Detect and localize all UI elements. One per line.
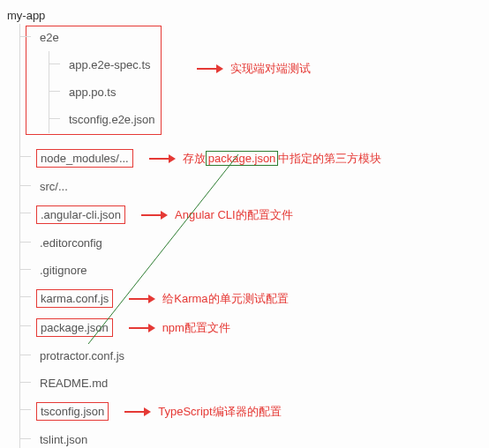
- folder-label-e2e: e2e: [36, 29, 63, 46]
- arrow-icon: [129, 293, 155, 305]
- tree-item-readme: README.md: [20, 370, 482, 397]
- ann-link-package-json: package.json: [206, 151, 279, 166]
- tree-item-editorconfig: .editorconfig: [20, 229, 482, 257]
- arrow-icon: [141, 209, 168, 221]
- folder-label-src: src/...: [36, 178, 71, 195]
- file-label-angular-cli: .angular-cli.json: [36, 205, 125, 224]
- tree-item-gitignore: .gitignore: [20, 257, 482, 284]
- arrow-icon: [129, 322, 155, 334]
- annotation-node-modules: 存放package.json中指定的第三方模块: [149, 151, 382, 167]
- folder-label-node-modules: node_modules/...: [36, 149, 133, 168]
- tree-item-tsconfig: tsconfig.json TypeScript编译器的配置: [20, 397, 482, 426]
- file-label-editorconfig: .editorconfig: [36, 235, 106, 251]
- tree-item-protractor: protractor.conf.js: [20, 342, 482, 370]
- file-label: app.po.ts: [65, 84, 120, 101]
- tree-item-karma: karma.conf.js 给Karma的单元测试配置: [20, 284, 482, 313]
- e2e-group: e2e app.e2e-spec.ts app.po.ts tsconfig.e…: [20, 24, 482, 133]
- file-label-protractor: protractor.conf.js: [36, 347, 128, 364]
- annotation-angular-cli: Angular CLI的配置文件: [141, 207, 293, 223]
- svg-marker-12: [144, 407, 151, 416]
- annotation-text: 实现端对端测试: [230, 61, 311, 77]
- annotation-package: npm配置文件: [129, 320, 230, 336]
- arrow-icon: [124, 406, 151, 418]
- annotation-text: Angular CLI的配置文件: [175, 207, 293, 223]
- file-label-readme: README.md: [36, 375, 111, 392]
- root-folder-label: my-app: [7, 7, 482, 24]
- arrow-icon: [197, 63, 223, 75]
- file-label-tslint: tslint.json: [36, 431, 91, 448]
- annotation-karma: 给Karma的单元测试配置: [129, 291, 288, 307]
- svg-marker-10: [148, 324, 155, 332]
- svg-marker-4: [169, 154, 176, 163]
- file-tree: my-app e2e app.e2e-spec.ts app.po.ts tsc…: [7, 7, 482, 448]
- tree-item-package: package.json npm配置文件: [20, 313, 482, 342]
- file-label-package: package.json: [36, 318, 113, 337]
- ann-suffix: 中指定的第三方模块: [278, 152, 381, 165]
- svg-marker-2: [216, 64, 223, 73]
- svg-marker-8: [148, 295, 155, 303]
- ann-prefix: 存放: [183, 152, 206, 165]
- annotation-text: 存放package.json中指定的第三方模块: [183, 151, 382, 167]
- file-label-karma: karma.conf.js: [36, 289, 113, 308]
- arrow-icon: [149, 153, 176, 165]
- annotation-text: 给Karma的单元测试配置: [162, 291, 288, 307]
- file-label: app.e2e-spec.ts: [65, 56, 154, 73]
- tree-item-angular-cli: .angular-cli.json Angular CLI的配置文件: [20, 200, 482, 229]
- annotation-e2e: 实现端对端测试: [197, 61, 311, 77]
- svg-marker-6: [161, 211, 168, 220]
- file-label-tsconfig: tsconfig.json: [36, 402, 109, 421]
- file-label-gitignore: .gitignore: [36, 262, 90, 279]
- tree-item-tslint: tslint.json: [20, 426, 482, 448]
- tree-item-src: src/...: [20, 173, 482, 200]
- tree-item-e2e: e2e: [20, 24, 482, 51]
- root-children: e2e app.e2e-spec.ts app.po.ts tsconfig.e…: [19, 24, 482, 448]
- annotation-text: TypeScript编译器的配置: [158, 404, 281, 420]
- tree-item-node-modules: node_modules/... 存放package.json中指定的第三方模块: [20, 144, 482, 173]
- annotation-text: npm配置文件: [162, 320, 230, 336]
- annotation-tsconfig: TypeScript编译器的配置: [124, 404, 281, 420]
- tree-item-e2e-file-2: tsconfig.e2e.json: [49, 106, 482, 133]
- file-label: tsconfig.e2e.json: [65, 111, 159, 128]
- tree-item-e2e-file-1: app.po.ts: [49, 78, 482, 106]
